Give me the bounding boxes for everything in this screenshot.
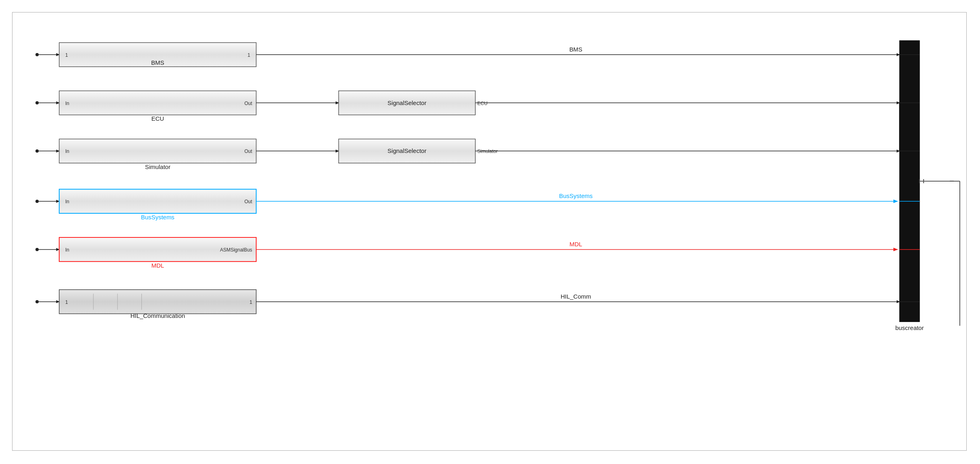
hil-block-label: HIL_Communication xyxy=(131,312,185,319)
hil-input-dot xyxy=(35,300,39,303)
sim-port-out-label: Out xyxy=(244,148,253,154)
signal-selector-ecu-label: SignalSelector xyxy=(387,99,427,106)
ecu-block-label: ECU xyxy=(151,115,164,122)
sim-input-dot xyxy=(35,149,39,153)
bms-block-label: BMS xyxy=(151,59,164,66)
bus-creator-block[interactable] xyxy=(899,41,920,322)
hil-port-out-label: 1 xyxy=(249,299,252,305)
signal-selector-sim-sublabel: Simulator xyxy=(477,148,498,154)
ecu-input-dot xyxy=(35,101,39,105)
diagram-container: 1 1 BMS BMS In Out ECU SignalSelector EC… xyxy=(12,12,967,451)
ecu-port-in-label: In xyxy=(65,101,69,106)
hil-port-in-label: 1 xyxy=(65,299,68,305)
bus-wire-label: BusSystems xyxy=(559,192,593,199)
mdl-wire-label: MDL xyxy=(570,241,582,247)
mdl-port-out-label: ASMSignalBus xyxy=(220,247,252,253)
signal-selector-ecu-sublabel: ECU xyxy=(477,101,487,106)
sim-port-in-label: In xyxy=(65,148,69,154)
bms-port-in-label: 1 xyxy=(65,52,68,58)
mdl-input-dot xyxy=(35,248,39,251)
ecu-port-out-label: Out xyxy=(244,101,253,106)
bms-wire-label: BMS xyxy=(569,46,582,53)
hil-wire-label: HIL_Comm xyxy=(561,293,591,300)
simulator-block[interactable] xyxy=(59,139,256,163)
bus-port-in-label: In xyxy=(65,199,69,204)
bus-creator-label: buscreator xyxy=(895,324,924,331)
bms-port-out-label: 1 xyxy=(247,52,250,58)
bus-block-label: BusSystems xyxy=(141,214,174,221)
mdl-block-label: MDL xyxy=(151,262,164,269)
bus-port-out-label: Out xyxy=(244,199,253,204)
mdl-port-in-label: In xyxy=(65,247,69,253)
bms-input-dot xyxy=(35,53,39,56)
bus-input-dot xyxy=(35,200,39,203)
bussystems-block[interactable] xyxy=(59,189,256,213)
ecu-block[interactable] xyxy=(59,91,256,115)
hil-block[interactable] xyxy=(59,290,256,314)
signal-selector-sim-label: SignalSelector xyxy=(387,147,427,154)
sim-block-label: Simulator xyxy=(145,163,170,170)
